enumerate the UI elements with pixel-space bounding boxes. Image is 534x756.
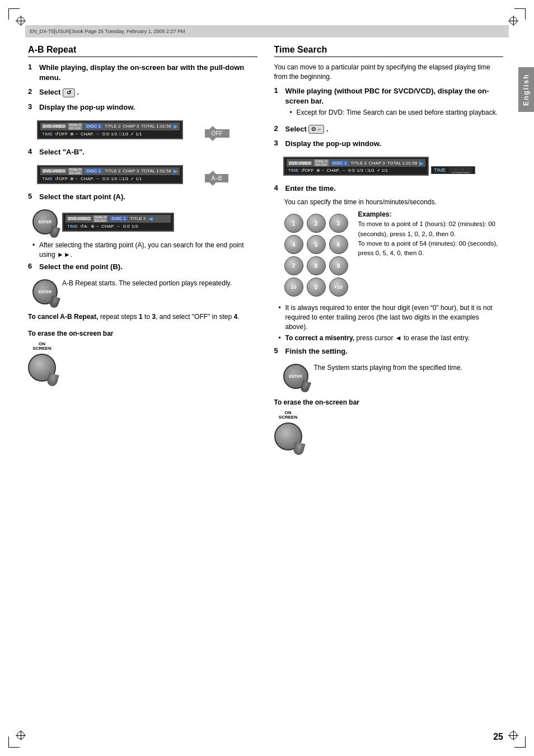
dvd-row1-3: DVD-VIDEO Dolby D3/2.1ch DISC 1 TITLE 2 … <box>65 215 171 223</box>
dropdown-arrow-down <box>209 138 216 141</box>
step-3-num: 3 <box>28 102 36 112</box>
dvd-screen-1-container: DVD-VIDEO Dolby D3/2.1ch DISC 1 TITLE 2 … <box>37 117 257 143</box>
num-3[interactable]: 3 <box>329 214 348 233</box>
step-5-num: 5 <box>28 192 36 202</box>
square-count-1: □1/3 <box>119 132 128 137</box>
ts-note-2: To correct a misentry, press cursor ◄ to… <box>279 334 504 343</box>
dropdown-off-container: OFF <box>205 126 229 141</box>
onscreen-btn-container-left: ONSCREEN <box>28 342 56 384</box>
step-1: 1 While playing, display the on-screen b… <box>28 63 257 83</box>
ts-time-input-label: TIME <box>434 167 446 173</box>
numpad-container: 1 2 3 4 5 6 7 8 9 10 0 +10 <box>284 209 349 301</box>
dvd-screen-2-container: DVD-VIDEO Dolby D3/2.1ch DISC 1 TITLE 2 … <box>37 162 257 187</box>
dropdown-off: OFF <box>205 129 229 138</box>
total-2: TOTAL 1:01:58 <box>141 168 171 173</box>
dvd-row2-3: TIME ↺A- ⊕→ CHAP. → ⊙⊙ 1/3 <box>65 223 171 229</box>
example-1: To move to a point of 1 (hours): 02 (min… <box>358 219 504 239</box>
header-bar: EN_DX-T5[USUN].book Page 25 Tuesday, Feb… <box>25 25 509 37</box>
ts-dvd-row2-1: TIME ↺OFF ⊕→ CHAP. → ⊙⊙ 1/3 □1/3 ✓ 1/1 <box>287 167 426 173</box>
num-5[interactable]: 5 <box>307 235 326 254</box>
num-4[interactable]: 4 <box>284 235 303 254</box>
enter-button-2[interactable]: ENTER <box>32 279 58 304</box>
dvd-screen-2: DVD-VIDEO Dolby D3/2.1ch DISC 1 TITLE 2 … <box>37 165 183 184</box>
erase-section-right: ONSCREEN <box>274 411 504 453</box>
ts-cd-count-1: ⊙⊙ 1/3 <box>348 168 363 173</box>
num-1[interactable]: 1 <box>284 214 303 233</box>
circle-arrow-1: ⊕→ <box>70 132 78 137</box>
ts-chap-arrow-1: CHAP. → <box>327 168 346 173</box>
onscreen-button-right[interactable] <box>274 422 302 450</box>
time-label-2: TIME <box>42 176 53 181</box>
step-5-content: ENTER DVD-VIDEO Dolby D3/2.1ch DISC 1 TI… <box>32 206 257 237</box>
repeat-a: ↺A- <box>80 224 88 229</box>
num-8[interactable]: 8 <box>307 256 326 275</box>
step-5: 5 Select the start point (A). <box>28 192 257 202</box>
ab-repeat-section: A-B Repeat 1 While playing, display the … <box>28 45 257 453</box>
onscreen-btn-container-right: ONSCREEN <box>274 411 302 453</box>
cd-count-3: ⊙⊙ 1/3 <box>123 224 138 229</box>
step-6-num: 6 <box>28 262 36 272</box>
to-erase-left-title: To erase the on-screen bar <box>28 330 257 337</box>
ts-dvd-screen-1: DVD-VIDEO Dolby D3/2.1ch DISC 1 TITLE 2 … <box>283 157 429 176</box>
examples-title: Examples: <box>358 209 504 219</box>
page-number: 25 <box>493 732 503 742</box>
num-6[interactable]: 6 <box>329 235 348 254</box>
step-5-text: Select the start point (A). <box>39 192 257 202</box>
examples-text: Examples: To move to a point of 1 (hours… <box>358 209 504 301</box>
main-content: A-B Repeat 1 While playing, display the … <box>28 45 503 728</box>
to-erase-right-title: To erase the on-screen bar <box>274 398 504 406</box>
repeat-off-1: ↺OFF <box>55 132 68 137</box>
play-arrow-2: ▶ <box>174 168 178 174</box>
ts-step-1: 1 While playing (without PBC for SVCD/VC… <box>274 86 504 120</box>
ts-step-5-num: 5 <box>274 346 282 356</box>
step-5-notes: After selecting the starting point (A), … <box>32 241 257 260</box>
dropdown-ab: A–B <box>205 174 229 182</box>
step-2-text: Select ↺ . <box>39 87 257 97</box>
ts-step-1-notes: Except for DVD: Time Search can be used … <box>290 108 504 118</box>
onscreen-label-right: ONSCREEN <box>274 411 302 420</box>
num-7[interactable]: 7 <box>284 256 303 275</box>
chap-arrow-2: CHAP. → <box>81 176 100 181</box>
crosshair-bl <box>16 730 26 740</box>
chap-arrow-3: CHAP. → <box>101 224 120 229</box>
enter-label-2: ENTER <box>39 290 52 294</box>
time-label-1: TIME <box>42 132 53 137</box>
ts-repeat-off-1: ↺OFF <box>301 168 314 173</box>
enter-button-1[interactable]: ENTER <box>32 209 58 234</box>
numpad: 1 2 3 4 5 6 7 8 9 10 0 +10 <box>284 214 349 297</box>
dvd-video-label-1: DVD-VIDEO <box>42 124 66 128</box>
bookmark-2: ✓ 1/1 <box>130 176 142 181</box>
onscreen-button-left[interactable] <box>28 354 56 382</box>
num-plus10[interactable]: +10 <box>329 278 348 297</box>
num-10[interactable]: 10 <box>284 278 303 297</box>
disc-1: DISC 1 <box>85 124 102 129</box>
ts-step-4: 4 Enter the time. <box>274 184 504 194</box>
step-3: 3 Display the pop-up window. <box>28 102 257 112</box>
ts-disc-1: DISC 1 <box>331 161 349 166</box>
ts-dolby-label-1: Dolby D3/2.1ch <box>314 159 328 166</box>
crosshair-br <box>508 730 518 740</box>
disc-2: DISC 1 <box>85 168 102 173</box>
ts-title-2: TITLE 2 <box>351 161 367 166</box>
english-tab: English <box>518 67 534 112</box>
disc-3: DISC 1 <box>110 216 128 221</box>
step-5-note: After selecting the starting point (A), … <box>32 241 257 260</box>
crosshair-tr <box>508 16 518 26</box>
ts-enter-button[interactable]: ENTER <box>283 364 308 389</box>
step-6-text: Select the end point (B). <box>39 262 257 272</box>
chap-3b: CHAP 3 <box>123 168 139 173</box>
step-4: 4 Select "A-B". <box>28 147 257 157</box>
dvd-row1-2: DVD-VIDEO Dolby D3/2.1ch DISC 1 TITLE 2 … <box>40 167 180 175</box>
step-6-content: ENTER A-B Repeat starts. The selected po… <box>32 276 257 307</box>
num-0[interactable]: 0 <box>307 278 326 297</box>
ts-dvd-video-label-1: DVD-VIDEO <box>288 161 312 165</box>
ts-square-count-1: □1/3 <box>366 168 374 173</box>
num-2[interactable]: 2 <box>307 214 326 233</box>
play-arrow-3: ◀ <box>148 215 153 222</box>
square-count-2: □1/3 <box>119 176 128 181</box>
title-2: TITLE 2 <box>105 124 120 129</box>
chap-3: CHAP 3 <box>123 124 139 129</box>
num-9[interactable]: 9 <box>329 256 348 275</box>
to-cancel-text: To cancel A-B Repeat, repeat steps 1 to … <box>28 312 257 322</box>
header-text: EN_DX-T5[USUN].book Page 25 Tuesday, Feb… <box>30 29 185 34</box>
